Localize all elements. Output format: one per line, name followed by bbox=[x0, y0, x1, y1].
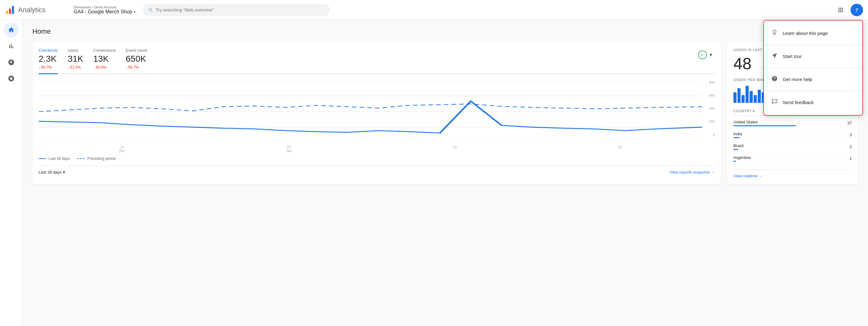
help-button[interactable]: ? bbox=[850, 4, 863, 16]
legend-dashed-line bbox=[77, 158, 85, 159]
cards-row: Checkouts 2.3K ↓60.7% Users 31K ↓61.5% bbox=[32, 42, 858, 184]
sidebar bbox=[0, 20, 23, 326]
legend-solid-line bbox=[39, 158, 46, 159]
menu-item-tour[interactable]: Start tour bbox=[764, 46, 862, 66]
main-content: Home Checkouts 2.3K ↓60.7% bbox=[23, 20, 868, 326]
learn-menu-label: Learn about this page bbox=[783, 31, 828, 36]
checkouts-change: ↓60.7% bbox=[39, 65, 58, 69]
tour-menu-icon bbox=[771, 52, 778, 60]
realtime-footer: View realtime → bbox=[734, 170, 852, 178]
sidebar-item-reports[interactable] bbox=[4, 39, 19, 54]
country-name-col-2: Brazil bbox=[734, 143, 744, 150]
svg-rect-2 bbox=[12, 6, 14, 14]
menu-divider-1 bbox=[764, 68, 862, 68]
bar-5 bbox=[754, 95, 757, 103]
bar-6 bbox=[758, 90, 761, 103]
menu-item-feedback[interactable]: Send feedback bbox=[764, 92, 862, 113]
search-bar[interactable] bbox=[143, 4, 330, 16]
legend-solid: Last 28 days bbox=[39, 156, 70, 161]
bar-2 bbox=[742, 95, 745, 103]
reports-icon bbox=[8, 43, 14, 50]
search-icon bbox=[148, 7, 153, 13]
country-bar-2 bbox=[734, 149, 738, 150]
chart-y-labels: 800 600 400 200 0 bbox=[704, 81, 715, 137]
metric-tab-event-count[interactable]: Event count 650K ↓66.7% bbox=[126, 48, 147, 73]
sidebar-item-advertising[interactable] bbox=[4, 71, 19, 86]
account-dropdown-arrow: ▾ bbox=[134, 10, 135, 14]
conversions-value: 13K bbox=[93, 54, 116, 64]
menu-item-help[interactable]: Get more help bbox=[764, 69, 862, 89]
country-bar-3 bbox=[734, 161, 736, 162]
country-name-0: United States bbox=[734, 120, 796, 124]
users-label: Users bbox=[68, 48, 83, 53]
country-column-header: COUNTRY ▾ bbox=[734, 109, 754, 113]
svg-rect-0 bbox=[6, 10, 8, 14]
x-label-dec31: 31Dec bbox=[119, 145, 126, 153]
help-menu-label: Get more help bbox=[783, 77, 812, 82]
view-reports-link[interactable]: View reports snapshot → bbox=[670, 170, 715, 175]
x-label-jan14: 14 bbox=[453, 145, 457, 153]
sidebar-item-home[interactable] bbox=[4, 23, 19, 37]
country-row-3: Argentina 1 bbox=[734, 153, 852, 165]
event-count-change: ↓66.7% bbox=[126, 65, 147, 69]
view-realtime-link[interactable]: View realtime → bbox=[734, 174, 852, 178]
users-value: 31K bbox=[68, 54, 83, 64]
app-name: Analytics bbox=[18, 6, 45, 14]
compare-dropdown-arrow: ▾ bbox=[709, 52, 712, 58]
chart-x-labels: 31Dec 07Jan 14 21 bbox=[39, 145, 715, 153]
bar-0 bbox=[734, 92, 737, 103]
date-selector[interactable]: Last 28 days ▾ bbox=[39, 170, 65, 175]
feedback-menu-icon bbox=[771, 98, 778, 106]
compare-badge: ✓ bbox=[698, 51, 707, 59]
event-count-value: 650K bbox=[126, 54, 147, 64]
bar-4 bbox=[750, 91, 753, 103]
account-name[interactable]: GA4 - Google Merch Shop ▾ bbox=[73, 9, 135, 14]
country-name-col-0: United States bbox=[734, 120, 796, 126]
menu-item-learn[interactable]: Learn about this page bbox=[764, 23, 862, 43]
date-dropdown-arrow: ▾ bbox=[63, 170, 65, 175]
home-icon bbox=[8, 27, 14, 33]
country-row-2: Brazil 2 bbox=[734, 141, 852, 153]
x-label-jan07: 07Jan bbox=[286, 145, 292, 153]
svg-rect-1 bbox=[9, 8, 11, 14]
learn-menu-icon bbox=[771, 29, 778, 37]
apps-button[interactable] bbox=[834, 4, 847, 16]
country-users-3: 1 bbox=[849, 156, 852, 161]
country-users-0: 37 bbox=[847, 121, 852, 125]
feedback-menu-label: Send feedback bbox=[783, 100, 814, 105]
conversions-change: ↓90.6% bbox=[93, 65, 116, 69]
account-selector[interactable]: Demoverse › Demo Account GA4 - Google Me… bbox=[73, 5, 135, 14]
country-table: COUNTRY ▾ USERS ▾ United States 37 India… bbox=[734, 109, 852, 165]
legend-dashed: Preceding period bbox=[77, 156, 116, 161]
users-change: ↓61.5% bbox=[68, 65, 83, 69]
search-input[interactable] bbox=[156, 7, 325, 12]
metric-tab-users[interactable]: Users 31K ↓61.5% bbox=[68, 48, 83, 73]
conversions-label: Conversions bbox=[93, 48, 116, 53]
topbar-actions: ? bbox=[834, 4, 863, 16]
apps-icon bbox=[837, 6, 844, 13]
realtime-arrow-icon: → bbox=[759, 174, 763, 178]
compare-selector[interactable]: ✓ ▾ bbox=[698, 51, 712, 59]
line-chart-svg bbox=[39, 81, 702, 143]
checkouts-label: Checkouts bbox=[39, 48, 58, 53]
country-users-2: 2 bbox=[849, 144, 852, 149]
country-name-1: India bbox=[734, 131, 742, 136]
metric-tab-checkouts[interactable]: Checkouts 2.3K ↓60.7% bbox=[39, 48, 58, 74]
chart-card: Checkouts 2.3K ↓60.7% Users 31K ↓61.5% bbox=[32, 42, 721, 184]
help-menu-icon bbox=[771, 76, 778, 83]
country-row-1: India 3 bbox=[734, 129, 852, 141]
metric-tab-conversions[interactable]: Conversions 13K ↓90.6% bbox=[93, 48, 116, 73]
country-row-0: United States 37 bbox=[734, 117, 852, 129]
x-label-jan21: 21 bbox=[618, 145, 622, 153]
sidebar-item-explore[interactable] bbox=[4, 55, 19, 70]
page-title: Home bbox=[32, 27, 858, 35]
logo-area: Analytics bbox=[5, 5, 67, 15]
arrow-right-icon: → bbox=[711, 170, 715, 175]
country-rows: United States 37 India 3 Brazil 2 Argent… bbox=[734, 117, 852, 165]
metrics-tabs: Checkouts 2.3K ↓60.7% Users 31K ↓61.5% bbox=[39, 48, 715, 74]
advertising-icon bbox=[8, 75, 14, 82]
bar-1 bbox=[738, 88, 741, 103]
main-layout: Home Checkouts 2.3K ↓60.7% bbox=[0, 20, 868, 326]
country-name-3: Argentina bbox=[734, 155, 751, 160]
country-bar-0 bbox=[734, 125, 796, 126]
